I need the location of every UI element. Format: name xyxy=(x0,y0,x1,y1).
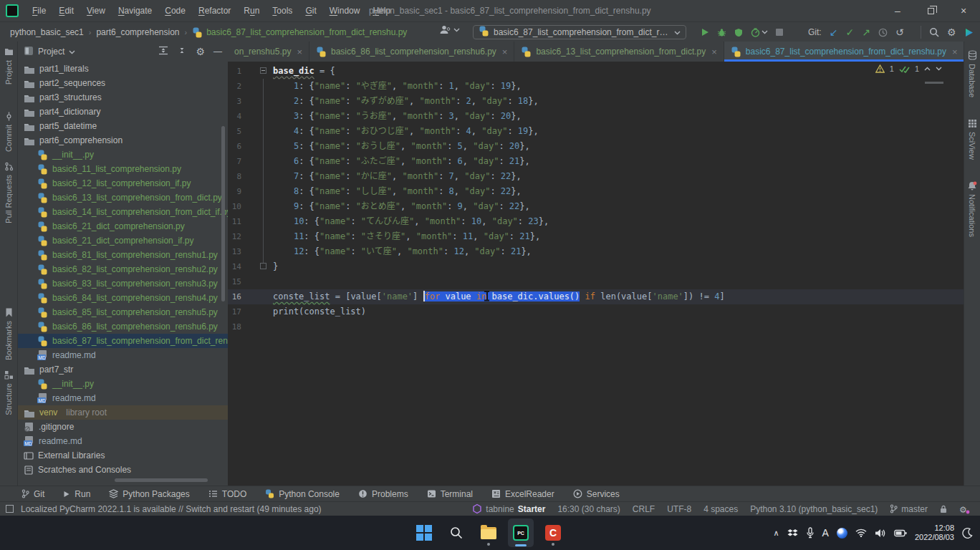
taskbar-start-button[interactable] xyxy=(411,518,437,547)
readonly-lock[interactable] xyxy=(940,505,947,513)
toolwindow-excelreader[interactable]: ExcelReader xyxy=(491,489,554,499)
toolwindow-python-packages[interactable]: Python Packages xyxy=(109,489,189,499)
taskbar-explorer-button[interactable] xyxy=(476,518,501,547)
code-editor[interactable]: 1base_dic = {2 1: {"name": "やぎ座", "month… xyxy=(228,62,964,334)
tree-item[interactable]: part3_structures xyxy=(18,90,228,105)
tree-item[interactable]: basic6_86_list_comprehension_renshu6.py xyxy=(18,319,228,334)
breadcrumb-file[interactable]: basic6_87_list_comprehension_from_dict_r… xyxy=(192,27,407,38)
editor-tab[interactable]: on_renshu5.py× xyxy=(228,42,309,62)
git-branch-widget[interactable]: master xyxy=(890,504,928,514)
restore-button[interactable] xyxy=(914,0,947,21)
tree-item[interactable]: basic6_13_list_comprehension_from_dict.p… xyxy=(18,190,228,205)
tree-item[interactable]: basic6_21_dict_comprehension.py xyxy=(18,219,228,233)
chevron-down-icon[interactable] xyxy=(69,47,75,57)
tree-item[interactable]: MDreadme.md xyxy=(18,348,228,362)
menu-view[interactable]: View xyxy=(80,0,112,21)
ime-indicator[interactable]: A xyxy=(822,527,829,539)
close-icon[interactable]: × xyxy=(952,47,958,57)
battery-icon[interactable] xyxy=(894,529,907,537)
night-mode-icon[interactable] xyxy=(962,528,973,539)
dropbox-icon[interactable] xyxy=(787,529,798,538)
prev-problem-icon[interactable] xyxy=(924,67,931,71)
toolwindow-python-console[interactable]: Python Console xyxy=(265,489,340,499)
menu-edit[interactable]: Edit xyxy=(52,0,80,21)
inspections-widget[interactable]: 11 xyxy=(875,64,942,73)
tree-item[interactable]: Scratches and Consoles xyxy=(18,463,228,477)
fold-marker-icon[interactable] xyxy=(260,67,266,74)
git-history-button[interactable] xyxy=(878,28,888,37)
tree-item[interactable]: venvlibrary root xyxy=(18,405,228,420)
tree-item[interactable]: __init__.py xyxy=(18,148,228,162)
tree-item[interactable]: basic6_82_list_comprehension_renshu2.py xyxy=(18,262,228,276)
gear-icon[interactable]: ⚙ xyxy=(196,47,205,57)
toolwindow-problems[interactable]: Problems xyxy=(358,489,408,499)
stop-button[interactable] xyxy=(776,29,783,36)
notifications-gear[interactable]: ⚙ xyxy=(959,504,970,514)
next-problem-icon[interactable] xyxy=(936,67,942,71)
git-rollback-button[interactable]: ↺ xyxy=(895,27,904,37)
browser-sphere-icon[interactable] xyxy=(837,528,847,539)
taskbar-pycharm-button[interactable]: PC xyxy=(508,518,534,547)
toolwindow-services[interactable]: Services xyxy=(573,489,620,499)
editor-tab[interactable]: basic6_87_list_comprehension_from_dict_r… xyxy=(724,42,964,62)
tree-item[interactable]: MDreadme.md xyxy=(18,391,228,405)
status-message[interactable]: Localized PyCharm 2022.1.1 is available … xyxy=(21,504,322,514)
toolwindow-todo[interactable]: TODO xyxy=(208,489,246,499)
tool-button-database[interactable]: Database xyxy=(968,50,977,97)
microphone-icon[interactable] xyxy=(806,527,815,539)
tool-button-pull-requests[interactable]: Pull Requests xyxy=(4,162,14,223)
volume-icon[interactable] xyxy=(875,529,886,538)
collapse-all-icon[interactable] xyxy=(177,46,187,57)
taskbar-search-button[interactable] xyxy=(443,518,469,547)
wifi-icon[interactable] xyxy=(855,529,867,537)
minimize-button[interactable]: – xyxy=(881,0,914,21)
tree-item[interactable]: part2_sequences xyxy=(18,76,228,90)
tree-item[interactable]: part6_comprehension xyxy=(18,133,228,148)
tool-button-sciview[interactable]: SciView xyxy=(968,119,977,160)
settings-button[interactable]: ⚙ xyxy=(947,27,956,37)
menu-file[interactable]: File xyxy=(26,0,52,21)
git-commit-button[interactable]: ✓ xyxy=(845,27,854,37)
run-with-coverage-button[interactable] xyxy=(734,28,743,37)
tree-item[interactable]: .gitignore xyxy=(18,420,228,434)
menu-run[interactable]: Run xyxy=(237,0,266,21)
close-icon[interactable]: × xyxy=(502,47,508,57)
editor-scrollbar-mark[interactable] xyxy=(925,82,943,84)
close-button[interactable]: × xyxy=(947,0,980,21)
tray-expand-icon[interactable]: ∧ xyxy=(774,529,779,537)
tree-item[interactable]: External Libraries xyxy=(18,448,228,463)
breadcrumb-item[interactable]: part6_comprehension xyxy=(96,27,179,37)
caret-position[interactable]: 16:30 (30 chars) xyxy=(557,504,620,514)
encoding[interactable]: UTF-8 xyxy=(667,504,691,514)
search-everywhere-button[interactable] xyxy=(929,27,939,37)
tree-item[interactable]: basic6_14_list_comprehension_from_dict_i… xyxy=(18,205,228,219)
tree-item[interactable]: basic6_84_list_comprehension_renshu4.py xyxy=(18,291,228,305)
tool-button-notifications[interactable]: Notifications xyxy=(967,181,977,237)
editor-tab[interactable]: basic6_86_list_comprehension_renshu6.py× xyxy=(309,42,514,62)
tree-item[interactable]: part5_datetime xyxy=(18,119,228,133)
menu-code[interactable]: Code xyxy=(158,0,192,21)
tree-item[interactable]: part4_dictionary xyxy=(18,105,228,119)
ide-plugin-icon[interactable] xyxy=(964,28,974,37)
close-icon[interactable]: × xyxy=(297,47,302,57)
tree-item[interactable]: basic6_81_list_comprehension_renshu1.py xyxy=(18,248,228,262)
project-tree-horizontal-scrollbar[interactable] xyxy=(115,478,208,482)
breadcrumb-item[interactable]: python_basic_sec1 xyxy=(10,27,84,37)
collaborators-widget[interactable] xyxy=(438,25,460,34)
hide-panel-icon[interactable]: — xyxy=(213,47,222,57)
taskbar-capture-app-button[interactable]: C xyxy=(540,518,566,547)
profiler-button[interactable] xyxy=(751,28,768,37)
indent-style[interactable]: 4 spaces xyxy=(703,504,738,514)
toolwindow-run[interactable]: Run xyxy=(63,489,90,499)
menu-navigate[interactable]: Navigate xyxy=(112,0,158,21)
menu-refactor[interactable]: Refactor xyxy=(192,0,237,21)
tree-item[interactable]: basic6_83_list_comprehension_renshu3.py xyxy=(18,276,228,291)
git-update-button[interactable]: ↙ xyxy=(830,27,838,37)
tree-item[interactable]: basic6_11_list_comprehension.py xyxy=(18,162,228,176)
menu-window[interactable]: Window xyxy=(323,0,367,21)
menu-git[interactable]: Git xyxy=(299,0,322,21)
close-icon[interactable]: × xyxy=(711,47,717,57)
line-ending[interactable]: CRLF xyxy=(633,504,655,514)
tree-item[interactable]: basic6_12_list_comprehension_if.py xyxy=(18,176,228,190)
toolwindow-git[interactable]: Git xyxy=(21,489,44,499)
